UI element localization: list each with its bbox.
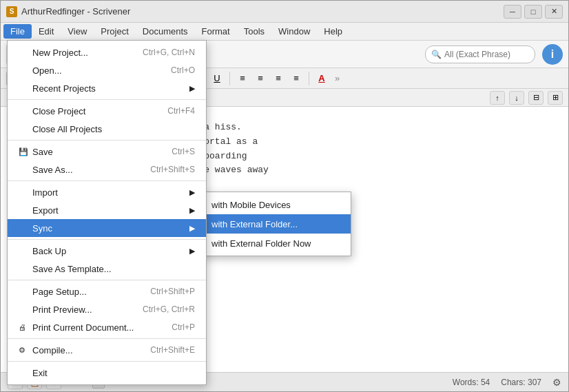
- menu-item-close-project[interactable]: Close Project Ctrl+F4: [8, 102, 206, 120]
- align-center-button[interactable]: ≡: [253, 71, 268, 86]
- menu-edit[interactable]: Edit: [32, 24, 61, 39]
- menu-bar: File Edit View Project Documents Format …: [1, 23, 568, 41]
- minimize-button[interactable]: ─: [504, 5, 521, 19]
- menu-item-save-as[interactable]: Save As... Ctrl+Shift+S: [8, 161, 206, 178]
- info-button[interactable]: i: [542, 44, 563, 65]
- status-right: Words: 54 Chars: 307 ⚙: [453, 377, 561, 388]
- menu-item-new-project[interactable]: New Project... Ctrl+G, Ctrl+N: [8, 43, 206, 61]
- menu-view[interactable]: View: [61, 24, 94, 39]
- window-controls: ─ □ ✕: [504, 5, 563, 19]
- nav-forward-button[interactable]: ↓: [509, 91, 524, 105]
- menu-item-sync[interactable]: Sync ▶: [8, 219, 206, 237]
- menu-format[interactable]: Format: [195, 24, 237, 39]
- menu-item-recent-projects[interactable]: Recent Projects ▶: [8, 79, 206, 97]
- menu-item-export[interactable]: Export ▶: [8, 201, 206, 219]
- separator-6: [8, 338, 206, 339]
- separator-7: [8, 361, 206, 362]
- sync-submenu: with Mobile Devices with External Folder…: [200, 192, 351, 256]
- separator-3: [8, 180, 206, 181]
- window-title: ArthurRedfinger - Scrivener: [21, 6, 504, 17]
- search-icon: 🔍: [431, 50, 442, 59]
- separator-1: [8, 99, 206, 100]
- submenu-with-external-folder-now[interactable]: with External Folder Now: [200, 234, 351, 253]
- align-right-button[interactable]: ≡: [271, 71, 286, 86]
- separator-5: [8, 280, 206, 280]
- close-button[interactable]: ✕: [545, 5, 563, 19]
- submenu-with-external-folder[interactable]: with External Folder...: [200, 214, 351, 234]
- align-justify-button[interactable]: ≡: [289, 71, 304, 86]
- menu-item-backup[interactable]: Back Up ▶: [8, 242, 206, 260]
- menu-item-open[interactable]: Open... Ctrl+O: [8, 61, 206, 79]
- menu-help[interactable]: Help: [317, 24, 349, 39]
- menu-item-page-setup[interactable]: Page Setup... Ctrl+Shift+P: [8, 282, 206, 300]
- menu-documents[interactable]: Documents: [136, 24, 195, 39]
- menu-item-print-preview[interactable]: Print Preview... Ctrl+G, Ctrl+R: [8, 300, 206, 318]
- menu-project[interactable]: Project: [94, 24, 135, 39]
- maximize-button[interactable]: □: [524, 5, 542, 19]
- submenu-with-mobile[interactable]: with Mobile Devices: [200, 195, 351, 214]
- menu-item-compile[interactable]: ⚙ Compile... Ctrl+Shift+E: [8, 341, 206, 359]
- menu-item-save[interactable]: 💾 Save Ctrl+S: [8, 143, 206, 161]
- nav-split-h[interactable]: ⊞: [548, 91, 563, 105]
- menu-item-print-current[interactable]: 🖨 Print Current Document... Ctrl+P: [8, 318, 206, 336]
- underline-button[interactable]: U: [209, 71, 225, 86]
- menu-item-close-all[interactable]: Close All Projects: [8, 120, 206, 138]
- nav-split-v[interactable]: ⊟: [528, 91, 544, 105]
- app-icon: S: [6, 6, 17, 17]
- file-menu-dropdown: New Project... Ctrl+G, Ctrl+N Open... Ct…: [7, 40, 207, 385]
- menu-file[interactable]: File: [3, 24, 32, 39]
- separator-4: [8, 239, 206, 240]
- title-bar: S ArthurRedfinger - Scrivener ─ □ ✕: [1, 1, 568, 23]
- menu-tools[interactable]: Tools: [237, 24, 271, 39]
- menu-item-exit[interactable]: Exit: [8, 364, 206, 382]
- file-menu-panel: New Project... Ctrl+G, Ctrl+N Open... Ct…: [7, 40, 207, 385]
- more-options[interactable]: »: [335, 73, 340, 83]
- search-container: 🔍 ✕: [425, 45, 535, 63]
- nav-back-button[interactable]: ↑: [490, 91, 505, 105]
- text-color-button[interactable]: A: [314, 71, 329, 86]
- chars-label: Chars: 307: [501, 378, 541, 387]
- settings-icon[interactable]: ⚙: [552, 377, 561, 388]
- separator-2: [8, 140, 206, 141]
- align-left-button[interactable]: ≡: [235, 71, 250, 86]
- menu-item-save-template[interactable]: Save As Template...: [8, 260, 206, 278]
- words-label: Words: 54: [453, 378, 490, 387]
- search-input[interactable]: [444, 50, 548, 59]
- menu-window[interactable]: Window: [271, 24, 317, 39]
- menu-item-import[interactable]: Import ▶: [8, 183, 206, 201]
